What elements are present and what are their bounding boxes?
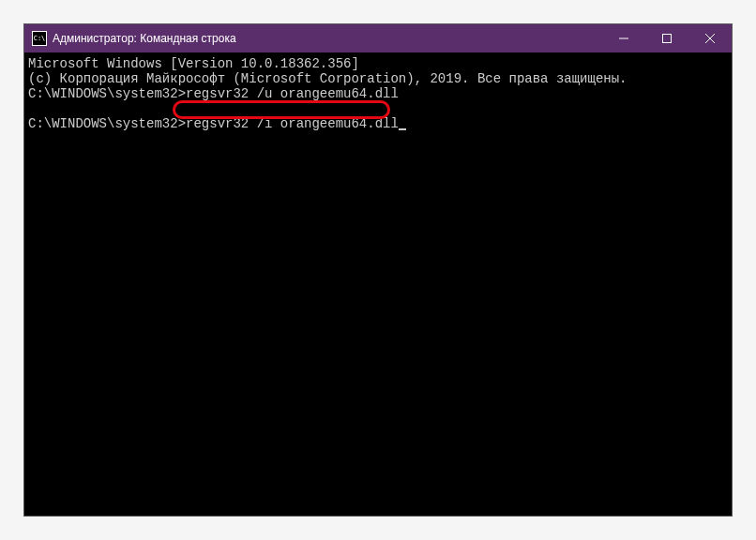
minimize-button[interactable]: [602, 24, 645, 52]
cmd-icon: C:\: [32, 31, 47, 46]
close-button[interactable]: [688, 24, 732, 52]
window-controls: [602, 24, 732, 52]
window-title: Администратор: Командная строка: [53, 32, 602, 45]
command-line-2: C:\WINDOWS\system32>regsvr32 /i orangeem…: [28, 116, 728, 131]
maximize-icon: [662, 34, 672, 43]
titlebar[interactable]: C:\ Администратор: Командная строка: [24, 24, 732, 52]
cursor: [399, 128, 406, 130]
terminal-area[interactable]: Microsoft Windows [Version 10.0.18362.35…: [24, 52, 732, 516]
cmd-window: C:\ Администратор: Командная строка Micr…: [23, 23, 733, 517]
cmd-1: regsvr32 /u orangeemu64.dll: [186, 86, 399, 101]
copyright-line: (c) Корпорация Майкрософт (Microsoft Cor…: [28, 71, 728, 86]
version-line: Microsoft Windows [Version 10.0.18362.35…: [28, 56, 728, 71]
close-icon: [705, 34, 715, 43]
blank-line-2: [28, 101, 728, 116]
prompt-2: C:\WINDOWS\system32>: [28, 116, 186, 131]
svg-rect-1: [663, 35, 672, 43]
minimize-icon: [619, 34, 628, 43]
cmd-2: regsvr32 /i orangeemu64.dll: [186, 116, 399, 131]
maximize-button[interactable]: [645, 24, 688, 52]
command-line-1: C:\WINDOWS\system32>regsvr32 /u orangeem…: [28, 86, 728, 101]
prompt-1: C:\WINDOWS\system32>: [28, 86, 186, 101]
